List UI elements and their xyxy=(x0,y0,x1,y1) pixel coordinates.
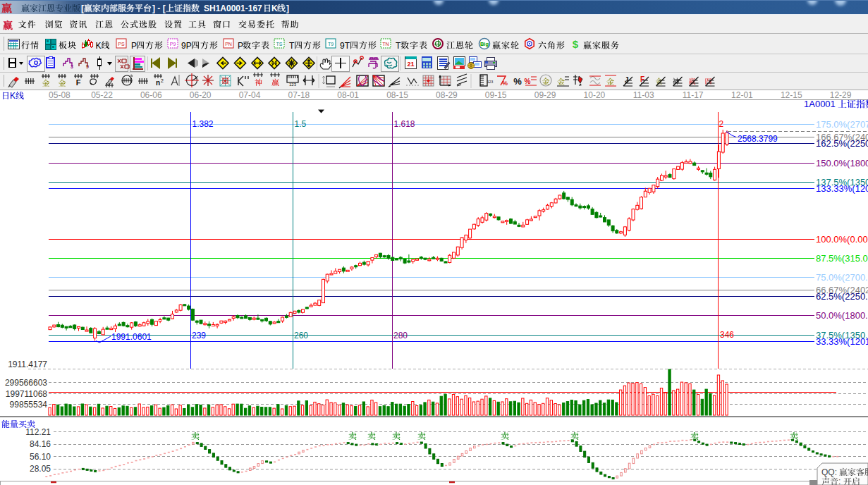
svg-text:06-06: 06-06 xyxy=(140,90,162,100)
svg-text:n: n xyxy=(156,79,160,87)
svg-text:TN: TN xyxy=(382,42,389,47)
svg-text:T9: T9 xyxy=(328,42,334,47)
svg-text:150.0%(1800.: 150.0%(1800. xyxy=(816,158,868,168)
svg-text:1.382: 1.382 xyxy=(192,119,214,129)
svg-text:56.10: 56.10 xyxy=(30,452,51,462)
svg-text:K: K xyxy=(271,4,278,13)
svg-text:62.5%(2250.: 62.5%(2250. xyxy=(816,291,868,302)
svg-text:11-03: 11-03 xyxy=(633,90,654,100)
svg-text:112.21: 112.21 xyxy=(25,427,51,437)
svg-text:9P: 9P xyxy=(181,41,192,51)
svg-text:50.0%(1800.: 50.0%(1800. xyxy=(816,310,868,321)
svg-text:346: 346 xyxy=(720,330,734,340)
svg-text:Big: Big xyxy=(480,41,489,47)
svg-text:175.0%(2707.: 175.0%(2707. xyxy=(816,119,868,130)
svg-text:33.33%(1201: 33.33%(1201 xyxy=(816,336,868,347)
svg-text:2568.3799: 2568.3799 xyxy=(738,134,778,144)
svg-text:75.0%(2700.: 75.0%(2700. xyxy=(816,272,868,283)
svg-text:T: T xyxy=(289,41,295,51)
svg-text:10-20: 10-20 xyxy=(584,90,606,100)
svg-text:2: 2 xyxy=(161,78,164,83)
svg-text:06-20: 06-20 xyxy=(190,90,212,100)
svg-text:%: % xyxy=(502,80,508,87)
svg-text:$: $ xyxy=(573,38,579,50)
svg-text:28.05: 28.05 xyxy=(30,464,51,474)
svg-text:123: 123 xyxy=(487,80,494,84)
svg-text:84.16: 84.16 xyxy=(30,439,51,449)
svg-text:07-04: 07-04 xyxy=(239,90,261,100)
svg-text:100.0%(0.00: 100.0%(0.00 xyxy=(816,234,868,245)
svg-text:12-01: 12-01 xyxy=(731,90,753,100)
svg-text:%: % xyxy=(525,78,531,85)
svg-text:162.5%(2250.: 162.5%(2250. xyxy=(816,138,868,149)
svg-text:99855534: 99855534 xyxy=(10,400,48,410)
svg-text:1991.0601: 1991.0601 xyxy=(111,332,152,342)
svg-text:12-15: 12-15 xyxy=(781,90,802,100)
svg-text:P: P xyxy=(238,41,243,51)
svg-text::: : xyxy=(838,477,841,485)
svg-text:299566603: 299566603 xyxy=(5,378,47,388)
svg-text:K: K xyxy=(10,91,16,101)
svg-text:280: 280 xyxy=(393,331,408,340)
svg-text:PN: PN xyxy=(225,42,232,47)
svg-text:1A0001: 1A0001 xyxy=(804,99,836,109)
svg-text:11-17: 11-17 xyxy=(683,90,704,100)
svg-text:09-15: 09-15 xyxy=(485,90,507,100)
svg-text:1911.4177: 1911.4177 xyxy=(8,360,47,369)
svg-text:199711068: 199711068 xyxy=(6,389,48,399)
svg-text:1.5: 1.5 xyxy=(295,119,307,129)
svg-text:08-15: 08-15 xyxy=(386,90,408,100)
svg-text:2: 2 xyxy=(719,119,724,129)
svg-text:QQ:: QQ: xyxy=(821,467,837,477)
svg-text:[: [ xyxy=(81,4,84,13)
svg-text:87.5%(315.0: 87.5%(315.0 xyxy=(816,253,868,264)
svg-text:9: 9 xyxy=(86,64,89,69)
svg-text:P9: P9 xyxy=(170,42,176,47)
svg-text:260: 260 xyxy=(294,331,308,340)
svg-text:9T: 9T xyxy=(340,41,350,51)
svg-text:239: 239 xyxy=(192,331,206,340)
svg-text:05-08: 05-08 xyxy=(49,90,71,100)
svg-text:SH1A0001-167: SH1A0001-167 xyxy=(204,4,262,13)
svg-text:05-22: 05-22 xyxy=(91,90,113,100)
svg-text:1.618: 1.618 xyxy=(394,119,415,129)
svg-text:08-29: 08-29 xyxy=(436,90,458,100)
svg-text:]: ] xyxy=(286,4,289,13)
svg-text:K: K xyxy=(96,41,102,51)
svg-text:F: F xyxy=(76,78,81,87)
svg-text:133.33%(1201: 133.33%(1201 xyxy=(816,183,868,194)
svg-text:123: 123 xyxy=(289,82,297,87)
svg-text:P: P xyxy=(131,41,137,51)
svg-text:] - [: ] - [ xyxy=(152,4,166,13)
svg-text:TS: TS xyxy=(276,42,283,47)
svg-text:09-29: 09-29 xyxy=(534,90,556,100)
svg-text:21: 21 xyxy=(407,61,414,68)
svg-text:3: 3 xyxy=(71,64,73,69)
svg-text:%: % xyxy=(513,76,522,87)
svg-text:T: T xyxy=(396,41,401,51)
svg-text:PS: PS xyxy=(118,42,125,47)
svg-text:07-18: 07-18 xyxy=(288,90,310,100)
svg-text:08-01: 08-01 xyxy=(337,90,359,100)
